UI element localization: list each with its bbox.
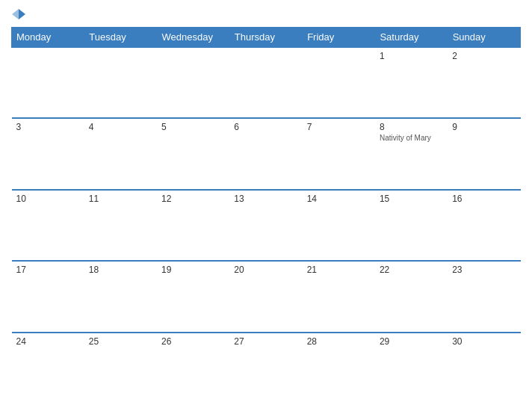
day-number: 30 [452,336,516,347]
calendar-cell: 17 [12,261,84,332]
calendar-cell: 14 [303,190,375,261]
calendar-week-row: 345678Nativity of Mary9 [12,118,521,189]
calendar-page: MondayTuesdayWednesdayThursdayFridaySatu… [0,0,532,411]
day-number: 9 [452,122,516,132]
calendar-cell: 23 [448,261,520,332]
weekday-header-tuesday: Tuesday [84,28,157,48]
calendar-cell: 29 [375,333,448,404]
day-number: 20 [234,265,297,275]
day-number: 1 [380,51,443,61]
calendar-cell: 11 [84,190,157,261]
weekday-header-sunday: Sunday [448,28,520,48]
day-number: 27 [234,336,297,347]
calendar-week-row: 10111213141516 [12,190,521,261]
calendar-table: MondayTuesdayWednesdayThursdayFridaySatu… [11,27,521,404]
calendar-cell: 12 [157,190,229,261]
day-number: 7 [307,122,371,132]
day-number: 17 [16,265,80,275]
calendar-body: 12345678Nativity of Mary9101112131415161… [12,47,521,404]
calendar-cell: 15 [375,190,448,261]
calendar-cell: 21 [303,261,375,332]
day-number: 16 [452,194,516,204]
day-number: 13 [234,194,297,204]
calendar-cell: 16 [448,190,520,261]
day-number: 10 [16,194,80,204]
day-number: 5 [161,122,225,132]
calendar-cell [84,47,157,118]
day-number: 24 [16,336,80,347]
calendar-week-row: 12 [12,47,521,118]
calendar-cell: 24 [12,333,84,404]
day-number: 29 [380,336,443,347]
day-number: 6 [234,122,297,132]
day-number: 8 [380,122,443,132]
calendar-cell: 3 [12,118,84,189]
calendar-cell: 4 [84,118,157,189]
calendar-cell: 8Nativity of Mary [375,118,448,189]
calendar-cell: 7 [303,118,375,189]
calendar-cell: 25 [84,333,157,404]
day-number: 15 [380,194,443,204]
day-number: 21 [307,265,371,275]
day-number: 11 [89,194,152,204]
svg-marker-0 [19,9,25,19]
calendar-header-row: MondayTuesdayWednesdayThursdayFridaySatu… [12,28,521,48]
calendar-cell: 28 [303,333,375,404]
calendar-cell: 18 [84,261,157,332]
day-number: 4 [89,122,152,132]
calendar-cell: 13 [229,190,302,261]
calendar-cell: 2 [448,47,520,118]
day-number: 26 [161,336,225,347]
weekday-header-wednesday: Wednesday [157,28,229,48]
logo-flag-icon [12,7,25,21]
holiday-label: Nativity of Mary [380,134,443,142]
day-number: 28 [307,336,371,347]
calendar-cell: 30 [448,333,520,404]
calendar-cell [229,47,302,118]
svg-marker-1 [12,9,19,19]
calendar-cell: 5 [157,118,229,189]
calendar-cell: 26 [157,333,229,404]
day-number: 14 [307,194,371,204]
calendar-cell: 19 [157,261,229,332]
calendar-cell: 1 [375,47,448,118]
day-number: 23 [452,265,516,275]
calendar-cell: 10 [12,190,84,261]
calendar-cell [157,47,229,118]
calendar-cell: 6 [229,118,302,189]
calendar-cell [303,47,375,118]
weekday-header-monday: Monday [12,28,84,48]
calendar-cell: 27 [229,333,302,404]
calendar-header [11,7,521,21]
logo [11,7,26,21]
weekday-header-row: MondayTuesdayWednesdayThursdayFridaySatu… [12,28,521,48]
weekday-header-friday: Friday [303,28,375,48]
day-number: 19 [161,265,225,275]
day-number: 22 [380,265,443,275]
calendar-week-row: 24252627282930 [12,333,521,404]
weekday-header-thursday: Thursday [229,28,302,48]
calendar-cell: 20 [229,261,302,332]
calendar-cell: 9 [448,118,520,189]
calendar-cell: 22 [375,261,448,332]
calendar-cell [12,47,84,118]
day-number: 18 [89,265,152,275]
day-number: 2 [452,51,516,61]
calendar-week-row: 17181920212223 [12,261,521,332]
weekday-header-saturday: Saturday [375,28,448,48]
day-number: 12 [161,194,225,204]
day-number: 3 [16,122,80,132]
day-number: 25 [89,336,152,347]
